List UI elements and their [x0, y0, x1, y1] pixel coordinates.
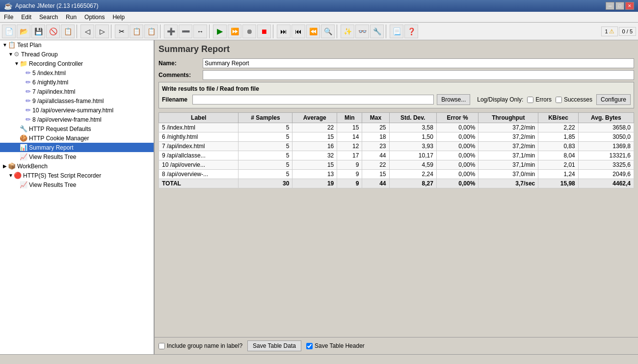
tree-item-6-nightly[interactable]: ▶ ✏ 6 /nightly.html — [0, 78, 154, 87]
tree-item-summary-report[interactable]: ▶ 📊 Summary Report — [0, 143, 154, 152]
warning-icon: ⚠ — [609, 28, 614, 35]
log-display-label: Log/Display Only: — [477, 96, 523, 103]
save-table-data-button[interactable]: Save Table Data — [247, 340, 301, 351]
include-group-checkbox[interactable] — [159, 343, 165, 349]
toolbar-sep-5 — [273, 25, 275, 38]
tree-item-test-script-recorder[interactable]: ▼ 🔴 HTTP(S) Test Script Recorder — [0, 171, 154, 180]
successes-checkbox-label: Successes — [556, 96, 592, 103]
workbench-icon: 📦 — [8, 162, 16, 170]
menu-options[interactable]: Options — [80, 12, 108, 22]
menu-edit[interactable]: Edit — [17, 12, 35, 22]
save-as-button[interactable]: 📋 — [61, 25, 75, 38]
expand-icon[interactable]: ▶ — [2, 163, 8, 169]
expand-icon[interactable]: ▼ — [8, 52, 14, 57]
results-tree-icon-2: 📈 — [20, 181, 27, 188]
name-label: Name: — [159, 60, 203, 67]
remove-button[interactable]: ➖ — [179, 25, 192, 38]
clear-button[interactable]: ↔ — [193, 25, 207, 38]
open-button[interactable]: 📂 — [17, 25, 30, 38]
col-error: Error % — [436, 113, 478, 123]
tree-item-label: 10 /api/overview-summary.html — [32, 107, 113, 114]
configure-button[interactable]: Configure — [596, 94, 631, 105]
menu-run[interactable]: Run — [62, 12, 80, 22]
tree-item-thread-group[interactable]: ▼ ⚙ Thread Group — [0, 50, 154, 59]
stop-button[interactable]: ⏺ — [242, 25, 256, 38]
main-layout: ▼ 📋 Test Plan ▼ ⚙ Thread Group ▼ 📁 Recor… — [0, 40, 638, 354]
tree-item-8-overview-frame[interactable]: ▶ ✏ 8 /api/overview-frame.html — [0, 115, 154, 124]
add-button[interactable]: ➕ — [164, 25, 178, 38]
remote-start-all-button[interactable]: ⏮ — [292, 25, 305, 38]
tree-item-recording-controller[interactable]: ▼ 📁 Recording Controller — [0, 59, 154, 68]
menu-file[interactable]: File — [0, 12, 17, 22]
help-button[interactable]: ❓ — [404, 25, 418, 38]
name-input[interactable] — [203, 58, 634, 68]
recorder-icon: 🔴 — [14, 172, 22, 179]
expand-icon[interactable]: ▼ — [2, 42, 8, 48]
menu-help[interactable]: Help — [108, 12, 129, 22]
tree-item-label: 9 /api/allclasses-frame.html — [32, 98, 104, 104]
cell-average: 16 — [292, 142, 337, 151]
function-helper-button[interactable]: 📃 — [390, 25, 403, 38]
cell-kb-sec: 8,04 — [538, 151, 578, 160]
tree-item-5-index[interactable]: ▶ ✏ 5 /index.html — [0, 68, 154, 78]
successes-checkbox[interactable] — [556, 97, 562, 103]
close-button[interactable]: ✕ — [625, 2, 634, 10]
cell-error: 0,00% — [436, 123, 478, 132]
revert-button[interactable]: 🚫 — [46, 25, 60, 38]
tree-item-9-allclasses[interactable]: ▶ ✏ 9 /api/allclasses-frame.html — [0, 96, 154, 105]
filename-input[interactable] — [192, 95, 434, 104]
col-samples: # Samples — [239, 113, 292, 123]
paste-button[interactable]: 📋 — [144, 25, 158, 38]
minimize-button[interactable]: ─ — [606, 2, 614, 10]
cell-min: 12 — [337, 142, 362, 151]
tree-item-10-overview-summary[interactable]: ▶ ✏ 10 /api/overview-summary.html — [0, 105, 154, 115]
new-button[interactable]: 📄 — [2, 25, 16, 38]
tree-item-label: Test Plan — [17, 42, 41, 49]
request-icon: ✏ — [26, 78, 31, 86]
save-table-header-checkbox[interactable] — [306, 343, 313, 349]
tree-item-view-results-tree-2[interactable]: ▶ 📈 View Results Tree — [0, 180, 154, 189]
tree-item-7-api-index[interactable]: ▶ ✏ 7 /api/index.html — [0, 87, 154, 96]
cell-kb-sec: 2,22 — [538, 123, 578, 132]
menu-search[interactable]: Search — [35, 12, 62, 22]
cell-label: 7 /api/index.html — [159, 142, 239, 151]
tree-item-workbench[interactable]: ▶ 📦 WorkBench — [0, 161, 154, 171]
expand-icon[interactable]: ▼ — [14, 61, 20, 66]
tree-item-cookie-manager[interactable]: ▶ 🍪 HTTP Cookie Manager — [0, 133, 154, 143]
comments-input[interactable] — [203, 70, 634, 80]
tree-item-http-request-defaults[interactable]: ▶ 🔧 HTTP Request Defaults — [0, 124, 154, 133]
cell-samples: 5 — [239, 151, 292, 160]
maximize-button[interactable]: □ — [615, 2, 624, 10]
cell-std-dev: 2,24 — [389, 170, 436, 179]
remote-stop-all-button[interactable]: 🔍 — [321, 25, 335, 38]
cell-max: 25 — [362, 123, 389, 132]
browse-button[interactable]: ✨ — [341, 25, 354, 38]
title-bar: ☕ Apache JMeter (2.13 r1665067) ─ □ ✕ — [0, 0, 638, 12]
file-section-title: Write results to file / Read from file — [162, 85, 631, 92]
run-no-pause-button[interactable]: ⏩ — [228, 25, 241, 38]
cell-average: 22 — [292, 123, 337, 132]
tree-item-view-results-tree-1[interactable]: ▶ 📈 View Results Tree — [0, 152, 154, 161]
cell-avg-bytes: 3325,6 — [578, 160, 634, 170]
expand-icon[interactable]: ▼ — [8, 173, 14, 178]
tree-item-test-plan[interactable]: ▼ 📋 Test Plan — [0, 40, 154, 50]
http-defaults-icon: 🔧 — [20, 125, 27, 132]
cut-button[interactable]: ✂ — [115, 25, 129, 38]
search-button[interactable]: 👓 — [355, 25, 369, 38]
request-icon: ✏ — [26, 88, 31, 95]
cell-label: 10 /api/overvie... — [159, 160, 239, 170]
shutdown-button[interactable]: ⏹ — [257, 25, 271, 38]
run-button[interactable]: ▶ — [213, 25, 227, 38]
undo-button[interactable]: ◁ — [80, 25, 94, 38]
remote-stop-button[interactable]: ⏪ — [306, 25, 320, 38]
errors-checkbox[interactable] — [527, 97, 533, 103]
cell-kb-sec: 15,98 — [538, 179, 578, 188]
cell-throughput: 37,0/min — [478, 170, 538, 179]
save-button[interactable]: 💾 — [31, 25, 45, 38]
reset-button[interactable]: 🔧 — [370, 25, 384, 38]
redo-button[interactable]: ▷ — [95, 25, 109, 38]
browse-button[interactable]: Browse... — [437, 94, 470, 105]
comments-label: Comments: — [159, 72, 203, 78]
remote-start-button[interactable]: ⏭ — [277, 25, 291, 38]
copy-button[interactable]: 📋 — [130, 25, 143, 38]
